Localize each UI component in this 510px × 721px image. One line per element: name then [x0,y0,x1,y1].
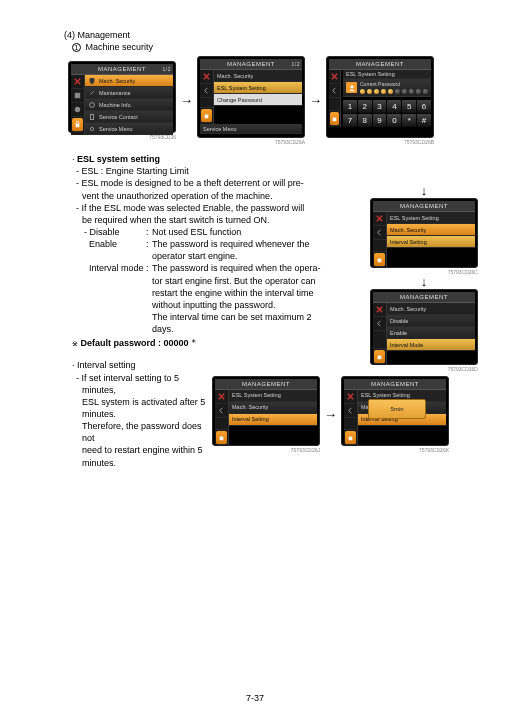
list-item[interactable]: Machine Info. [85,99,173,111]
svg-point-1 [75,107,80,112]
x-icon[interactable] [373,303,386,317]
lock-icon[interactable] [216,431,227,445]
svg-point-8 [350,85,353,88]
image-code: 75793CD26 [68,134,176,140]
list-item[interactable]: Mach. Security [85,75,173,87]
footer-item[interactable]: Service Menu [200,124,302,134]
info-icon [88,101,96,109]
back-icon[interactable] [215,404,228,418]
list-item[interactable]: Mach. Security [229,402,317,414]
page-indicator: 1/2 [163,66,171,72]
keypad-key[interactable]: * [402,114,416,127]
keypad-key[interactable]: 0 [387,114,401,127]
list-item[interactable]: Interval Setting [387,236,475,248]
svg-rect-4 [90,114,93,119]
arrow-right-icon: → [176,93,197,108]
back-icon[interactable] [373,226,386,240]
lock-icon[interactable] [72,118,83,132]
device-g: MANAGEMENT ESL System Setting Mach. Secu… [341,376,449,453]
keypad-key[interactable]: # [417,114,431,127]
svg-rect-6 [205,115,209,119]
arrow-down-icon: ↓ [370,277,478,287]
device-e: MANAGEMENT Mach. Security Disable Enable… [370,289,478,372]
back-icon[interactable] [200,84,213,98]
breadcrumb: ESL System Setting [229,390,317,402]
svg-rect-0 [75,93,80,98]
breadcrumb: Mach. Security [387,303,475,315]
circled-number: 1 [72,43,81,52]
interval-heading: Interval setting [77,360,136,370]
arrow-right-icon: → [320,407,341,422]
section-heading: (4) Management [64,30,480,40]
arrow-right-icon: → [305,93,326,108]
back-icon[interactable] [344,404,357,418]
lock-icon[interactable] [374,350,385,364]
lock-icon[interactable] [374,253,385,267]
device-f: MANAGEMENT ESL System Setting Mach. Secu… [212,376,320,453]
interval-popup[interactable]: 5min [368,399,426,419]
screen-title: MANAGEMENT [400,203,448,209]
keypad-key[interactable]: 6 [417,100,431,113]
x-icon[interactable] [200,70,213,84]
screen-title: MANAGEMENT [242,381,290,387]
svg-rect-7 [333,118,337,122]
subsection-heading: 1 Machine security [64,42,480,52]
device-d: MANAGEMENT ESL System Setting Mach. Secu… [370,198,478,275]
interval-section: · Interval setting - If set interval set… [64,359,480,468]
svg-rect-11 [220,436,224,440]
keypad-key[interactable]: 3 [373,100,387,113]
back-icon[interactable] [373,317,386,331]
screen-title: MANAGEMENT [98,66,146,72]
x-icon[interactable] [71,75,84,89]
device-c: MANAGEMENT ESL System Setting Current Pa… [326,56,434,145]
nav-icon[interactable] [71,89,84,103]
x-icon[interactable] [344,390,357,404]
x-icon[interactable] [329,70,340,84]
back-icon[interactable] [329,84,340,98]
svg-point-5 [90,127,93,130]
page-number: 7-37 [0,693,510,703]
x-icon[interactable] [373,212,386,226]
keypad: 1 2 3 4 5 6 7 8 9 0 * # [343,100,431,127]
list-item[interactable]: Enable [387,327,475,339]
lock-icon[interactable] [330,112,339,126]
screen-title: MANAGEMENT [356,61,404,67]
page-indicator: 1/2 [292,61,300,67]
gear-icon [88,125,96,133]
breadcrumb: ESL System Setting [343,70,431,79]
screen-title: MANAGEMENT [371,381,419,387]
keypad-key[interactable]: 7 [343,114,357,127]
arrow-down-icon: ↓ [370,186,478,196]
list-item[interactable]: Interval Setting [229,414,317,426]
avatar-icon [346,82,357,93]
x-icon[interactable] [215,390,228,404]
list-item[interactable]: Mach. Security [387,224,475,236]
screen-title: MANAGEMENT [227,61,275,67]
list-item[interactable]: Change Password [214,94,302,106]
keypad-key[interactable]: 5 [402,100,416,113]
list-item[interactable]: Interval Mode [387,339,475,351]
password-dots [360,89,428,94]
svg-point-3 [90,102,95,107]
screen-title: MANAGEMENT [400,294,448,300]
list-item[interactable]: ESL System Setting [214,82,302,94]
lock-icon[interactable] [201,109,212,123]
list-item[interactable]: Disable [387,315,475,327]
default-password-note: ※ Default password : 00000 * [64,337,344,349]
svg-rect-2 [76,124,80,128]
list-item[interactable]: Maintenance [85,87,173,99]
nav-icon[interactable] [71,103,84,117]
esl-heading: · ESL system setting [64,153,344,165]
right-stack: ↓ MANAGEMENT ESL System Setting Mach. Se… [370,184,478,372]
list-item[interactable]: Service Contact [85,111,173,123]
keypad-key[interactable]: 9 [373,114,387,127]
keypad-key[interactable]: 4 [387,100,401,113]
password-label: Current Password [360,81,428,87]
screen-row-1: MANAGEMENT1/2 Mach. Security Maintenance… [68,56,480,145]
keypad-key[interactable]: 8 [358,114,372,127]
lock-icon[interactable] [345,431,356,445]
svg-rect-12 [349,436,353,440]
section-number: (4) [64,30,75,40]
keypad-key[interactable]: 1 [343,100,357,113]
keypad-key[interactable]: 2 [358,100,372,113]
